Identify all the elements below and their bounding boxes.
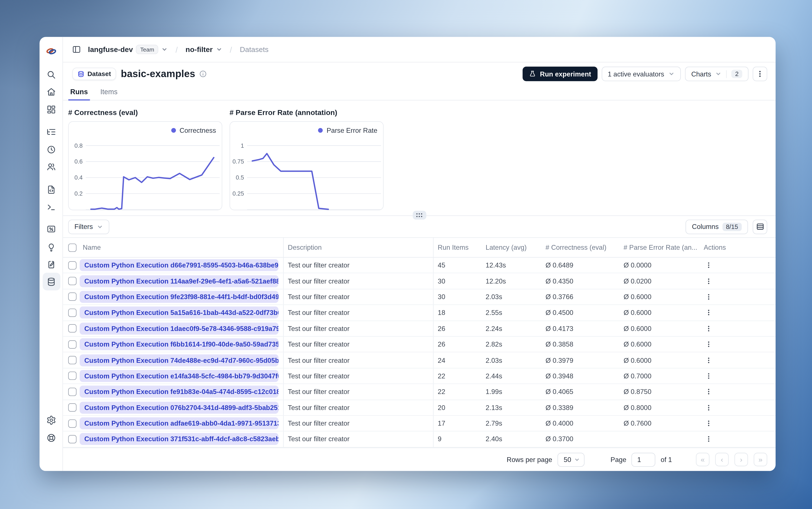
run-name-link[interactable]: Custom Python Execution 9fe23f98-881e-44…: [80, 291, 279, 303]
run-name-link[interactable]: Custom Python Execution fe91b83e-04a5-47…: [80, 386, 279, 398]
sidebar-item-support[interactable]: [42, 429, 60, 447]
kebab-icon: [705, 278, 712, 284]
row-actions-button[interactable]: [704, 404, 713, 411]
row-actions-button[interactable]: [704, 357, 713, 364]
dataset-badge: Dataset: [72, 68, 116, 80]
row-checkbox[interactable]: [68, 293, 76, 301]
sidebar-item-prompts[interactable]: [42, 181, 60, 198]
sidebar-item-settings[interactable]: [42, 411, 60, 429]
run-name-link[interactable]: Custom Python Execution 076b2704-341d-48…: [80, 402, 279, 413]
row-actions-button[interactable]: [704, 294, 713, 300]
rows-per-page-value: 50: [564, 455, 571, 463]
tab-runs[interactable]: Runs: [70, 88, 88, 100]
run-name-link[interactable]: Custom Python Execution 5a15a616-1bab-44…: [80, 307, 279, 318]
table-row: Custom Python Execution 076b2704-341d-48…: [63, 400, 776, 416]
columns-button[interactable]: Columns 8/15: [686, 219, 748, 234]
charts-section: # Correctness (eval) 0.20.40.60.8 Correc…: [63, 101, 776, 215]
run-experiment-button[interactable]: Run experiment: [523, 67, 597, 81]
sidebar-toggle-button[interactable]: [70, 43, 83, 56]
column-header-run-items[interactable]: Run Items: [434, 243, 481, 251]
row-checkbox[interactable]: [68, 308, 76, 317]
sidebar-item-datasets[interactable]: [42, 273, 60, 291]
row-actions-button[interactable]: [704, 436, 713, 442]
row-checkbox[interactable]: [68, 435, 76, 443]
latency-value: 2.55s: [481, 309, 541, 317]
table-row: Custom Python Execution fe91b83e-04a5-47…: [63, 384, 776, 400]
sidebar-item-dashboards[interactable]: [42, 101, 60, 118]
chart-card: 0.20.40.60.8 Correctness: [68, 121, 222, 210]
row-checkbox[interactable]: [68, 419, 76, 427]
select-all-checkbox[interactable]: [68, 243, 76, 251]
run-name-link[interactable]: Custom Python Execution d66e7991-8595-45…: [80, 259, 279, 271]
column-header-latency[interactable]: Latency (avg): [481, 243, 541, 251]
table-row: Custom Python Execution 1daec0f9-5e78-43…: [63, 321, 776, 337]
sidebar-item-insights[interactable]: [42, 238, 60, 256]
charts-toggle-button[interactable]: Charts 2: [685, 67, 748, 81]
breadcrumb-project[interactable]: no-filter: [185, 45, 222, 54]
run-name-link[interactable]: Custom Python Execution f6bb1614-1f90-40…: [80, 338, 279, 350]
kebab-icon: [705, 294, 712, 300]
row-height-button[interactable]: [753, 219, 767, 234]
row-actions-button[interactable]: [704, 373, 713, 379]
run-name-link[interactable]: Custom Python Execution e14fa348-5cfc-49…: [80, 370, 279, 382]
tab-items[interactable]: Items: [100, 88, 117, 100]
sidebar-item-evaluation[interactable]: [42, 220, 60, 238]
row-actions-button[interactable]: [704, 341, 713, 348]
parse-error-value: Ø 0.6000: [619, 325, 698, 333]
kebab-icon: [705, 309, 712, 316]
row-checkbox[interactable]: [68, 261, 76, 269]
sidebar-item-search[interactable]: [42, 66, 60, 83]
header-kebab-button[interactable]: [753, 67, 767, 81]
breadcrumb-section[interactable]: Datasets: [240, 45, 269, 54]
section-resize-handle[interactable]: [412, 211, 426, 219]
row-actions-button[interactable]: [704, 278, 713, 284]
sidebar-item-sessions[interactable]: [42, 141, 60, 158]
rows-per-page-select[interactable]: 50: [557, 452, 584, 467]
prev-page-button[interactable]: ‹: [715, 453, 729, 466]
row-actions-button[interactable]: [704, 388, 713, 395]
next-page-button[interactable]: ›: [735, 453, 748, 466]
row-checkbox[interactable]: [68, 277, 76, 285]
kebab-icon: [705, 262, 712, 269]
row-actions-button[interactable]: [704, 262, 713, 269]
column-header-description[interactable]: Description: [283, 238, 434, 257]
row-actions-button[interactable]: [704, 420, 713, 427]
row-checkbox[interactable]: [68, 340, 76, 348]
run-description: Test our filter creator: [283, 368, 434, 383]
row-checkbox[interactable]: [68, 387, 76, 396]
column-header-name[interactable]: Name: [79, 238, 284, 257]
sidebar-item-annotation-queues[interactable]: [42, 256, 60, 273]
parse-error-value: Ø 0.6000: [619, 309, 698, 317]
kebab-icon: [705, 388, 712, 395]
run-name-link[interactable]: Custom Python Execution 74de488e-ec9d-47…: [80, 354, 279, 366]
run-name-link[interactable]: Custom Python Execution 114aa9ef-29e6-4e…: [80, 275, 279, 287]
parse-error-value: Ø 0.7600: [619, 419, 698, 427]
correctness-value: Ø 0.3766: [541, 293, 619, 301]
info-icon[interactable]: [199, 70, 207, 77]
run-name-link[interactable]: Custom Python Execution adfae619-abb0-4d…: [80, 417, 279, 429]
breadcrumb-org[interactable]: langfuse-dev Team: [88, 45, 168, 54]
run-description: Test our filter creator: [283, 258, 434, 273]
filters-button[interactable]: Filters: [68, 219, 110, 234]
page-number-input[interactable]: [632, 452, 655, 467]
active-evaluators-button[interactable]: 1 active evaluators: [601, 67, 681, 81]
sidebar-item-playground[interactable]: [42, 198, 60, 215]
row-actions-button[interactable]: [704, 309, 713, 316]
breadcrumb-separator: /: [227, 45, 235, 54]
sidebar-item-users[interactable]: [42, 158, 60, 175]
last-page-button[interactable]: »: [754, 453, 767, 466]
kebab-icon: [756, 70, 764, 77]
run-name-link[interactable]: Custom Python Execution 371f531c-abff-4d…: [80, 433, 279, 445]
row-checkbox[interactable]: [68, 324, 76, 333]
column-header-parse-error[interactable]: # Parse Error Rate (an...: [619, 243, 698, 251]
run-name-link[interactable]: Custom Python Execution 1daec0f9-5e78-43…: [80, 323, 279, 334]
column-header-correctness[interactable]: # Correctness (eval): [541, 243, 619, 251]
first-page-button[interactable]: «: [696, 453, 709, 466]
row-actions-button[interactable]: [704, 325, 713, 332]
row-checkbox[interactable]: [68, 356, 76, 364]
row-checkbox[interactable]: [68, 372, 76, 380]
chart-legend: Parse Error Rate: [318, 127, 377, 134]
sidebar-item-home[interactable]: [42, 83, 60, 101]
row-checkbox[interactable]: [68, 403, 76, 411]
sidebar-item-tracing[interactable]: [42, 123, 60, 141]
